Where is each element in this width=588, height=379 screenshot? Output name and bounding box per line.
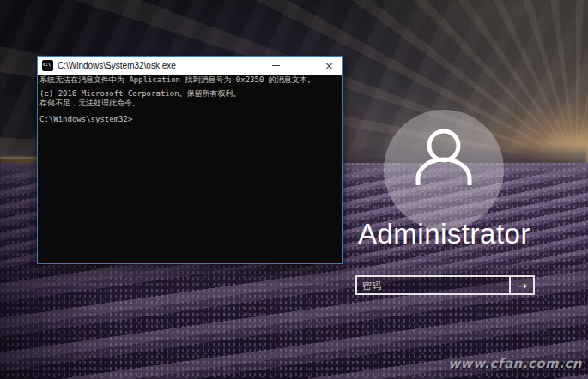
console-output[interactable]: 系统无法在消息文件中为 Application 找到消息号为 0x2350 的消… xyxy=(38,75,342,124)
maximize-icon xyxy=(300,63,306,69)
console-window-osk: C:\ C:\Windows\System32\osk.exe × 系统无法在消… xyxy=(37,56,343,264)
maximize-button[interactable] xyxy=(289,57,316,75)
console-line: 存储不足，无法处理此命令。 xyxy=(39,99,342,108)
user-icon xyxy=(384,110,504,230)
console-titlebar[interactable]: C:\ C:\Windows\System32\osk.exe × xyxy=(38,57,342,75)
console-icon: C:\ xyxy=(42,60,53,71)
window-title: C:\Windows\System32\osk.exe xyxy=(58,61,263,70)
minimize-button[interactable] xyxy=(263,57,289,75)
console-line: 系统无法在消息文件中为 Application 找到消息号为 0x2350 的消… xyxy=(39,75,342,85)
minimize-icon xyxy=(272,65,280,66)
password-input[interactable] xyxy=(357,277,509,293)
close-button[interactable]: × xyxy=(316,57,342,75)
console-prompt: C:\Windows\system32> xyxy=(39,115,132,123)
submit-button[interactable]: → xyxy=(509,277,533,293)
console-line: (c) 2016 Microsoft Corporation。保留所有权利。 xyxy=(39,89,342,99)
window-controls: × xyxy=(263,57,342,75)
console-line xyxy=(39,108,342,115)
console-prompt-line: C:\Windows\system32>_ xyxy=(39,115,342,124)
password-box: → xyxy=(355,275,535,295)
console-cursor: _ xyxy=(132,115,136,123)
arrow-right-icon: → xyxy=(517,280,527,292)
login-screen: Administrator → C:\ C:\Windows\System32\… xyxy=(0,0,588,379)
username: Administrator xyxy=(358,218,581,250)
avatar xyxy=(384,110,504,230)
close-icon: × xyxy=(324,60,334,71)
